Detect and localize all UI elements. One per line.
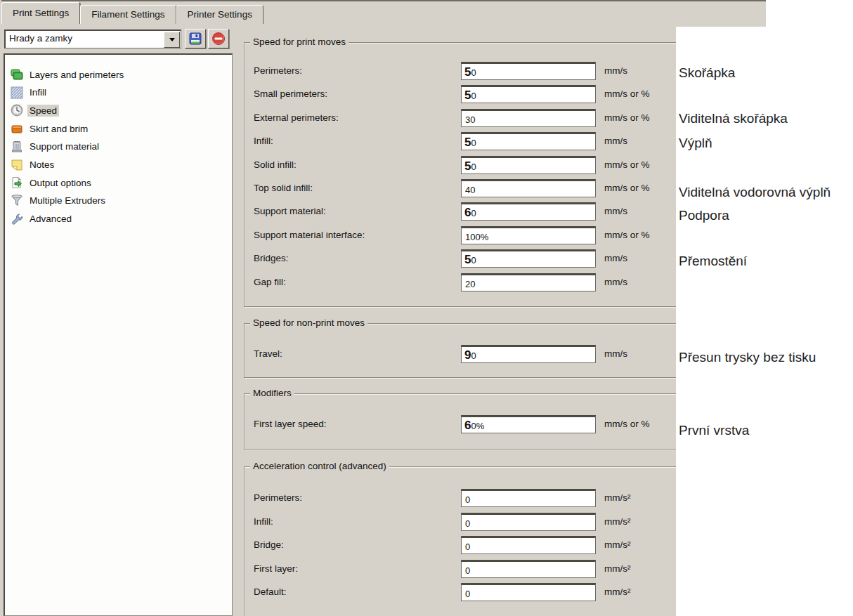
unit-label: mm/s² <box>604 492 631 503</box>
setting-label: Infill: <box>254 136 273 146</box>
value-text: 0 <box>471 138 476 148</box>
setting-row: First layer:0mm/s² <box>245 560 676 579</box>
sidebar-item-speed[interactable]: Speed <box>11 102 59 119</box>
value-input[interactable]: 50 <box>461 249 596 268</box>
value-text: 0 <box>471 255 476 266</box>
value-text: 30 <box>465 114 475 125</box>
value-input[interactable]: 0 <box>461 536 596 554</box>
setting-row: Solid infill:50mm/s or % <box>245 156 676 176</box>
value-text: 100% <box>465 232 488 242</box>
value-input[interactable]: 0 <box>461 513 596 531</box>
skirt-box-icon <box>11 122 23 135</box>
groupbox-title: Speed for non-print moves <box>250 317 367 328</box>
sidebar-item-support-material[interactable]: Support material <box>11 138 101 155</box>
chevron-down-icon <box>169 38 175 41</box>
sidebar-item-advanced[interactable]: Advanced <box>11 211 74 228</box>
preset-name: Hrady a zamky <box>9 33 72 44</box>
value-text: 0 <box>465 589 470 599</box>
unit-label: mm/s or % <box>604 89 650 99</box>
annotation: První vrstva <box>679 423 749 438</box>
value-input[interactable]: 0 <box>461 489 596 507</box>
annotation: Přemostění <box>679 254 747 269</box>
unit-label: mm/s <box>604 136 627 146</box>
save-floppy-icon <box>188 32 202 46</box>
value-input[interactable]: 50 <box>461 85 596 103</box>
groupbox-title: Acceleration control (advanced) <box>250 461 389 471</box>
value-input[interactable]: 0 <box>461 583 596 601</box>
window-top-border <box>1 0 766 1</box>
sidebar-item-output-options[interactable]: Output options <box>11 174 93 191</box>
setting-row: Infill:50mm/s <box>245 132 676 152</box>
setting-label: Small perimeters: <box>254 89 327 99</box>
setting-label: Top solid infill: <box>254 183 313 193</box>
delete-preset-button[interactable] <box>208 29 229 48</box>
setting-label: First layer: <box>254 563 298 574</box>
annotation: Skořápka <box>679 65 735 81</box>
preset-dropdown[interactable]: Hrady a zamky <box>4 30 181 48</box>
unit-label: mm/s <box>604 206 627 216</box>
save-preset-button[interactable] <box>185 29 206 48</box>
setting-row: Default:0mm/s² <box>245 583 676 603</box>
sidebar-item-skirt-and-brim[interactable]: Skirt and brim <box>11 120 90 137</box>
sidebar-item-label: Layers and perimeters <box>27 69 126 81</box>
setting-label: First layer speed: <box>254 419 327 429</box>
value-input[interactable]: 20 <box>461 273 596 291</box>
groupbox-title: Modifiers <box>250 388 294 398</box>
setting-label: Support material interface: <box>254 230 365 240</box>
value-input[interactable]: 50 <box>461 156 596 174</box>
sidebar-item-label: Notes <box>27 159 56 171</box>
preset-dropdown-button[interactable] <box>164 32 180 48</box>
annotation: Přesun trysky bez tisku <box>679 350 816 365</box>
setting-row: Top solid infill:40mm/s or % <box>245 179 676 199</box>
sidebar-item-multiple-extruders[interactable]: Multiple Extruders <box>11 192 108 209</box>
setting-label: Infill: <box>254 516 273 527</box>
value-input[interactable]: 40 <box>461 179 596 197</box>
infill-icon <box>11 86 23 99</box>
sidebar-item-label: Advanced <box>27 213 74 225</box>
support-building-icon <box>11 140 23 153</box>
setting-label: Solid infill: <box>254 159 297 170</box>
value-input[interactable]: 60 <box>461 202 596 221</box>
sidebar-item-infill[interactable]: Infill <box>11 84 48 101</box>
settings-category-list: Layers and perimetersInfillSpeedSkirt an… <box>4 53 233 616</box>
setting-row: Support material interface:100%mm/s or % <box>245 226 676 246</box>
annotation: Viditelná skořápka <box>679 111 788 126</box>
unit-label: mm/s or % <box>604 419 650 429</box>
setting-label: Support material: <box>254 206 326 216</box>
value-input[interactable]: 0 <box>461 560 596 578</box>
unit-label: mm/s <box>604 348 627 359</box>
setting-label: Default: <box>254 586 287 597</box>
unit-label: mm/s or % <box>604 230 650 240</box>
setting-row: Perimeters:0mm/s² <box>245 489 676 509</box>
value-text: 20 <box>465 279 475 289</box>
tab-filament-settings[interactable]: Filament Settings <box>80 5 176 24</box>
value-input[interactable]: 50 <box>461 62 596 80</box>
sidebar-item-label: Support material <box>27 140 101 152</box>
value-input[interactable]: 100% <box>461 226 596 244</box>
setting-label: Travel: <box>254 348 282 359</box>
tab-printer-settings[interactable]: Printer Settings <box>176 5 263 24</box>
value-input[interactable]: 90 <box>461 345 596 363</box>
tab-print-settings[interactable]: Print Settings <box>1 2 80 24</box>
value-input[interactable]: 50 <box>461 132 596 150</box>
slicer-settings-window: Print SettingsFilament SettingsPrinter S… <box>0 0 676 616</box>
setting-label: Bridge: <box>254 539 284 550</box>
advanced-wrench-icon <box>11 213 23 225</box>
value-input[interactable]: 60% <box>461 415 596 433</box>
window-top-strip <box>676 0 766 27</box>
annotation: Výplň <box>679 136 712 151</box>
value-text: 0 <box>471 208 476 218</box>
settings-tab-bar: Print SettingsFilament SettingsPrinter S… <box>1 2 263 24</box>
sidebar-item-notes[interactable]: Notes <box>11 157 56 173</box>
speed-clock-icon <box>11 104 23 117</box>
value-input[interactable]: 30 <box>461 109 596 127</box>
setting-row: First layer speed:60%mm/s or % <box>245 415 676 435</box>
output-page-arrow-icon <box>11 176 23 189</box>
value-text: 0% <box>471 421 484 431</box>
sidebar-item-label: Infill <box>27 86 48 98</box>
unit-label: mm/s² <box>604 539 631 550</box>
setting-row: Infill:0mm/s² <box>245 513 676 532</box>
sidebar-item-layers-and-perimeters[interactable]: Layers and perimeters <box>11 66 126 83</box>
sidebar-item-label: Speed <box>27 105 59 117</box>
value-text: 0 <box>471 67 476 78</box>
